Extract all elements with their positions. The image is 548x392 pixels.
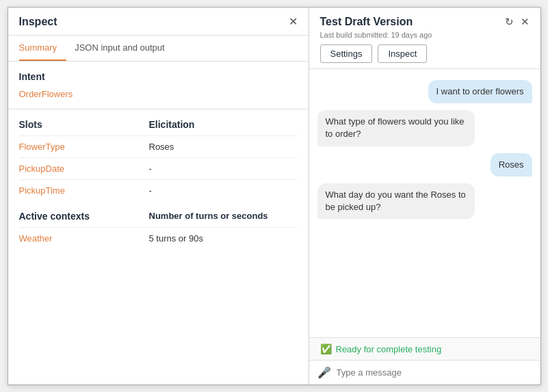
ac-col-label: Active contexts (19, 211, 149, 222)
close-icon[interactable]: ✕ (289, 16, 298, 27)
slots-header-row: Slots Elicitation (19, 119, 298, 130)
active-contexts-header-row: Active contexts Number of turns or secon… (19, 211, 298, 222)
left-panel: Inspect ✕ Summary JSON input and output … (8, 8, 309, 384)
ac-value-weather: 5 turns or 90s (149, 233, 204, 244)
intent-section: Intent OrderFlowers (8, 62, 309, 99)
status-bar: ✅ Ready for complete testing (309, 337, 540, 360)
ac-row-weather: Weather 5 turns or 90s (19, 227, 298, 249)
right-title: Test Draft Version (320, 16, 413, 28)
chat-bubble-1: I want to order flowers (428, 80, 532, 103)
ac-col-turns: Number of turns or seconds (149, 211, 268, 222)
slots-col-label: Slots (19, 119, 149, 130)
right-subtitle: Last build submitted: 19 days ago (320, 31, 530, 39)
slot-row-pickupdate: PickupDate - (19, 157, 298, 179)
tab-summary[interactable]: Summary (19, 36, 67, 61)
left-content: Intent OrderFlowers Slots Elicitation Fl… (8, 62, 309, 249)
chat-message-3: Roses (317, 153, 532, 177)
ac-name-weather: Weather (19, 233, 149, 244)
input-area: 🎤 (309, 360, 540, 384)
close-icon-right[interactable]: ✕ (521, 16, 530, 28)
intent-title: Intent (19, 71, 298, 82)
intent-value: OrderFlowers (19, 89, 298, 99)
right-title-row: Test Draft Version ↻ ✕ (320, 16, 530, 28)
chat-message-2: What type of flowers would you like to o… (317, 110, 532, 146)
slot-value-flowertype: Roses (149, 142, 174, 152)
slot-name-pickupdate: PickupDate (19, 164, 149, 174)
slot-name-pickuptime: PickupTime (19, 185, 149, 196)
status-icon: ✅ (320, 343, 332, 354)
chat-bubble-4: What day do you want the Roses to be pic… (317, 183, 475, 219)
tab-json[interactable]: JSON input and output (75, 36, 174, 61)
slot-name-flowertype: FlowerType (19, 142, 149, 152)
chat-bubble-3: Roses (491, 153, 532, 177)
slots-col-elicitation: Elicitation (149, 119, 195, 130)
chat-message-1: I want to order flowers (317, 80, 532, 103)
mic-icon[interactable]: 🎤 (317, 366, 331, 379)
chat-bubble-2: What type of flowers would you like to o… (317, 110, 475, 146)
left-tabs: Summary JSON input and output (8, 36, 309, 62)
left-panel-inner: Intent OrderFlowers Slots Elicitation Fl… (8, 62, 309, 384)
settings-button[interactable]: Settings (320, 44, 373, 63)
status-text: Ready for complete testing (336, 344, 442, 354)
message-input[interactable] (337, 367, 532, 378)
slot-row-pickuptime: PickupTime - (19, 179, 298, 201)
active-contexts-section: Active contexts Number of turns or secon… (8, 201, 309, 249)
inspect-button[interactable]: Inspect (378, 44, 427, 63)
right-header: Test Draft Version ↻ ✕ Last build submit… (309, 8, 540, 69)
chat-area: I want to order flowersWhat type of flow… (309, 69, 540, 337)
left-header: Inspect ✕ (8, 8, 309, 36)
right-panel: Test Draft Version ↻ ✕ Last build submit… (309, 8, 540, 384)
right-buttons: Settings Inspect (320, 44, 530, 63)
chat-message-4: What day do you want the Roses to be pic… (317, 183, 532, 219)
right-title-icons: ↻ ✕ (505, 16, 530, 28)
refresh-icon[interactable]: ↻ (505, 16, 514, 28)
slot-row-flowertype: FlowerType Roses (19, 135, 298, 157)
slot-value-pickuptime: - (149, 185, 152, 196)
slot-value-pickupdate: - (149, 164, 152, 174)
left-title: Inspect (19, 16, 57, 28)
slots-section: Slots Elicitation FlowerType Roses Picku… (8, 109, 309, 201)
